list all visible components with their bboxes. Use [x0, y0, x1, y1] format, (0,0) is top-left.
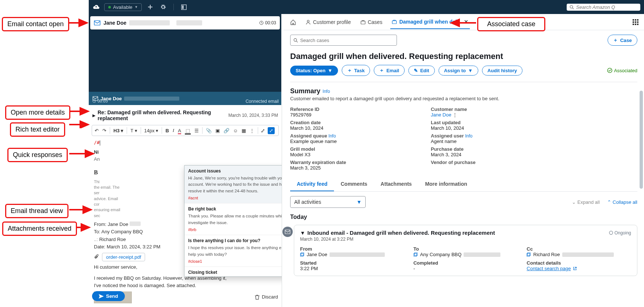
- field-value: Richard Roe: [527, 252, 631, 257]
- font-size[interactable]: 14px ▾: [144, 128, 159, 133]
- svg-rect-9: [393, 21, 397, 24]
- case-fields: Reference ID79529769 Customer nameJane D…: [284, 101, 563, 171]
- activities-filter[interactable]: All activities▼: [290, 196, 366, 208]
- expand-icon[interactable]: ⤢: [268, 127, 275, 134]
- table-icon[interactable]: ▦: [241, 128, 246, 133]
- field-value: March 3, 2024: [431, 152, 557, 157]
- gear-icon[interactable]: [159, 3, 168, 11]
- search-cases-input[interactable]: [290, 35, 397, 46]
- info-link[interactable]: Info: [328, 133, 336, 139]
- contact-timer: 00:03: [259, 20, 276, 25]
- more-info-tab[interactable]: More information: [418, 177, 474, 191]
- callout: Email thread view: [5, 204, 68, 218]
- send-button[interactable]: Send: [92, 291, 125, 301]
- info-link[interactable]: Info: [323, 89, 330, 94]
- comments-tab[interactable]: Comments: [334, 177, 374, 191]
- italic-icon[interactable]: I: [172, 128, 175, 133]
- more-icon[interactable]: ⋮: [249, 128, 255, 133]
- ongoing-badge: Ongoing: [609, 230, 631, 236]
- customer-link[interactable]: Jane Doe: [431, 112, 451, 118]
- align-icon[interactable]: ☰: [194, 128, 199, 133]
- copy-icon[interactable]: [414, 252, 418, 257]
- chevron-down-icon: ▼: [356, 199, 362, 205]
- field-label: Assigned queue Info: [290, 133, 416, 139]
- attachments-tab[interactable]: Attachments: [374, 177, 419, 191]
- quick-response-item[interactable]: Be right backThank you. Please allow me …: [184, 203, 282, 235]
- highlight-icon[interactable]: ⬚: [184, 128, 191, 133]
- case-title: Damaged grill when delivered. Requesting…: [284, 50, 644, 65]
- add-task-button[interactable]: ＋ Task: [342, 65, 370, 76]
- amazon-q-input[interactable]: [576, 4, 637, 10]
- email-subject: Re: Damaged grill when delivered. Reques…: [98, 109, 226, 121]
- trash-icon: [255, 294, 260, 300]
- svg-rect-8: [361, 21, 365, 24]
- add-case-button[interactable]: ＋Case: [608, 35, 637, 46]
- copy-icon[interactable]: [300, 252, 305, 257]
- quick-response-item[interactable]: Closing ticket: [184, 267, 282, 276]
- field-label: Started: [300, 260, 405, 266]
- field-value: March 10, 2024: [431, 125, 557, 131]
- more-icon[interactable]: ⋮: [453, 112, 457, 118]
- redacted: [124, 97, 179, 101]
- expand-all[interactable]: ⌄Expand all: [572, 199, 600, 205]
- copy-icon[interactable]: [527, 252, 531, 257]
- callout: Email contact open: [2, 17, 69, 31]
- audit-history-button[interactable]: Audit history: [482, 66, 522, 76]
- collapse-all[interactable]: ⌃Collapse all: [607, 199, 637, 205]
- svg-rect-15: [637, 21, 638, 23]
- info-link[interactable]: Info: [465, 133, 472, 139]
- cases-tab[interactable]: Cases: [359, 15, 384, 29]
- field-label: Purchase date: [431, 146, 557, 152]
- template-icon[interactable]: ⑇: [261, 128, 265, 133]
- bold-icon[interactable]: B: [165, 128, 169, 133]
- image-icon[interactable]: ▣: [215, 128, 220, 133]
- connected-timer: 00:03: [92, 99, 108, 103]
- text-color-icon[interactable]: A: [177, 128, 182, 133]
- svg-rect-11: [635, 19, 636, 21]
- quick-response-trigger: /#: [94, 140, 100, 145]
- add-email-button[interactable]: ＋ Email: [374, 65, 405, 76]
- email-contact-card[interactable]: Jane Doe 00:03: [90, 16, 280, 29]
- home-icon: [290, 19, 296, 25]
- quick-response-item[interactable]: Account issuesHi Jane, We're sorry, you'…: [184, 165, 282, 203]
- customer-profile-tab[interactable]: Customer profile: [304, 15, 352, 29]
- attachment-chip[interactable]: order-receipt.pdf: [102, 253, 145, 261]
- field-label: Cc: [527, 246, 631, 252]
- search-cases-field[interactable]: [300, 38, 394, 43]
- email-editor[interactable]: /# Account issuesHi Jane, We're sorry, y…: [89, 136, 282, 179]
- contact-name: Jane Doe: [103, 20, 126, 26]
- chevron-down-icon[interactable]: ▼: [300, 230, 305, 236]
- attach-icon[interactable]: 📎: [205, 128, 212, 133]
- emoji-icon[interactable]: ☺: [233, 128, 238, 133]
- edit-button[interactable]: ✎ Edit: [408, 66, 435, 76]
- agent-status-dropdown[interactable]: Available: [104, 3, 142, 11]
- panel-icon[interactable]: [180, 3, 188, 11]
- svg-rect-10: [633, 19, 634, 21]
- contact-search-link[interactable]: Contact search page: [527, 266, 571, 271]
- email-subject-row[interactable]: ▶ Re: Damaged grill when delivered. Requ…: [89, 108, 282, 123]
- svg-point-2: [570, 5, 573, 8]
- callout: Associated case: [477, 17, 545, 31]
- field-value: March 3, 2025: [290, 165, 416, 171]
- scrollbar[interactable]: [640, 91, 643, 189]
- send-icon: [99, 294, 104, 299]
- svg-point-7: [307, 20, 309, 22]
- text-style[interactable]: T ▾: [130, 128, 137, 133]
- quick-response-item[interactable]: Is there anything I can do for you?I hop…: [184, 235, 282, 267]
- activity-feed-tab[interactable]: Activity feed: [290, 177, 334, 191]
- assign-to-dropdown[interactable]: Assign to ▼: [439, 66, 478, 76]
- external-link-icon: [573, 266, 577, 271]
- field-label: Reference ID: [290, 107, 416, 112]
- link-icon[interactable]: 🔗: [223, 128, 230, 133]
- plus-icon[interactable]: [146, 3, 154, 11]
- undo-icon[interactable]: ↶: [94, 128, 99, 133]
- amazon-q-search[interactable]: [567, 4, 640, 11]
- home-tab[interactable]: [289, 15, 298, 29]
- apps-grid-icon[interactable]: [632, 19, 639, 25]
- email-pane: ▶ Re: Damaged grill when delivered. Requ…: [89, 105, 282, 307]
- status-dropdown[interactable]: Status: Open ▼: [290, 66, 338, 76]
- discard-button[interactable]: Discard: [255, 294, 278, 300]
- heading-select[interactable]: H3 ▾: [113, 128, 124, 133]
- divider: [173, 4, 174, 10]
- redo-icon[interactable]: ↷: [102, 128, 107, 133]
